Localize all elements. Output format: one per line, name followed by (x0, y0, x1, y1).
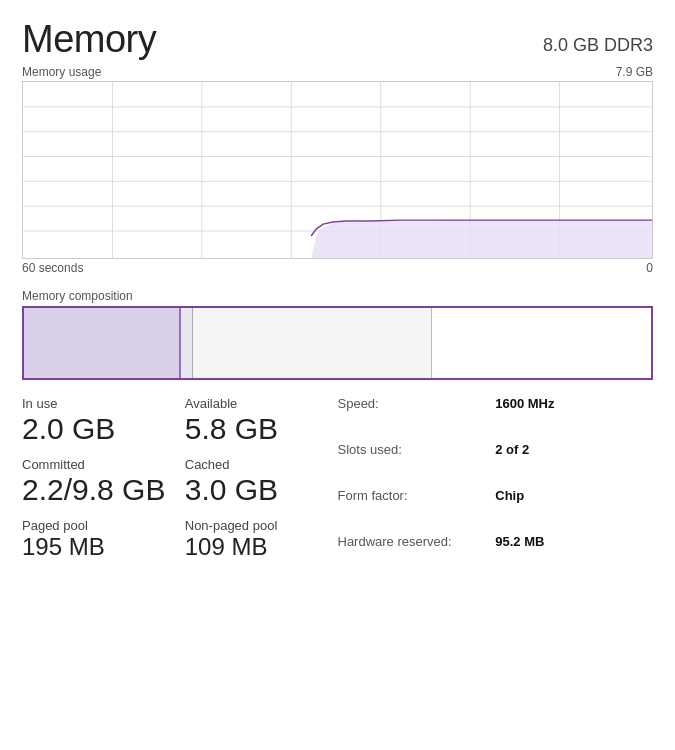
composition-label: Memory composition (22, 289, 653, 303)
slots-label: Slots used: (338, 442, 496, 480)
chart-label-row: Memory usage 7.9 GB (22, 65, 653, 79)
form-value: Chip (495, 488, 653, 526)
memory-usage-chart (22, 81, 653, 259)
chart-section: Memory usage 7.9 GB (22, 65, 653, 275)
paged-pool-value: 195 MB (22, 534, 175, 560)
slots-value: 2 of 2 (495, 442, 653, 480)
comp-free (432, 308, 651, 378)
memory-panel: Memory 8.0 GB DDR3 Memory usage 7.9 GB (0, 0, 675, 750)
non-paged-pool-label: Non-paged pool (185, 518, 338, 533)
chart-max-value: 7.9 GB (616, 65, 653, 79)
chart-usage-label: Memory usage (22, 65, 101, 79)
stat-non-paged-pool: Non-paged pool 109 MB (185, 518, 338, 560)
speed-label: Speed: (338, 396, 496, 434)
stats-section: In use 2.0 GB Available 5.8 GB Committed… (22, 396, 653, 572)
stat-cached: Cached 3.0 GB (185, 457, 338, 506)
paged-pool-label: Paged pool (22, 518, 175, 533)
stats-right: Speed: 1600 MHz Slots used: 2 of 2 Form … (338, 396, 654, 572)
stat-available: Available 5.8 GB (185, 396, 338, 445)
committed-label: Committed (22, 457, 175, 472)
chart-svg (23, 82, 652, 259)
header-row: Memory 8.0 GB DDR3 (22, 18, 653, 61)
non-paged-pool-value: 109 MB (185, 534, 338, 560)
committed-value: 2.2/9.8 GB (22, 473, 175, 506)
composition-bar (22, 306, 653, 380)
available-value: 5.8 GB (185, 412, 338, 445)
composition-section: Memory composition (22, 289, 653, 380)
chart-time-end: 0 (646, 261, 653, 275)
chart-time-start: 60 seconds (22, 261, 83, 275)
in-use-value: 2.0 GB (22, 412, 175, 445)
stat-in-use: In use 2.0 GB (22, 396, 175, 445)
comp-standby (193, 308, 431, 378)
form-label: Form factor: (338, 488, 496, 526)
cached-value: 3.0 GB (185, 473, 338, 506)
page-title: Memory (22, 18, 156, 61)
stats-left: In use 2.0 GB Available 5.8 GB Committed… (22, 396, 338, 572)
chart-time-row: 60 seconds 0 (22, 261, 653, 275)
speed-value: 1600 MHz (495, 396, 653, 434)
comp-modified (181, 308, 194, 378)
available-label: Available (185, 396, 338, 411)
stat-paged-pool: Paged pool 195 MB (22, 518, 175, 560)
svg-marker-12 (311, 220, 652, 259)
stat-committed: Committed 2.2/9.8 GB (22, 457, 175, 506)
cached-label: Cached (185, 457, 338, 472)
memory-type: 8.0 GB DDR3 (543, 35, 653, 61)
in-use-label: In use (22, 396, 175, 411)
hw-reserved-value: 95.2 MB (495, 534, 653, 572)
comp-inuse (24, 308, 181, 378)
hw-reserved-label: Hardware reserved: (338, 534, 496, 572)
